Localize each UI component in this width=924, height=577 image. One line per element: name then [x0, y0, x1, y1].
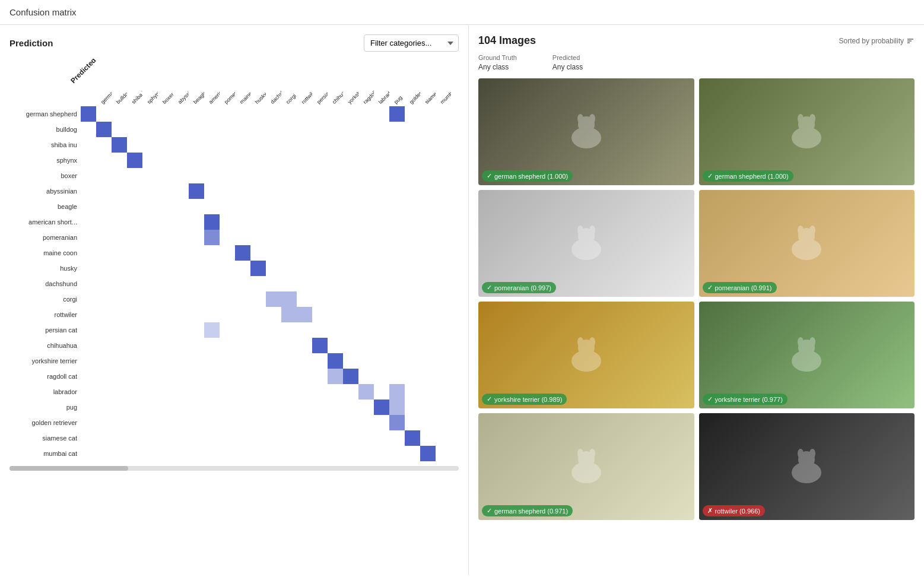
matrix-cell[interactable] [281, 446, 297, 461]
matrix-cell[interactable] [158, 230, 173, 245]
matrix-cell[interactable] [358, 122, 374, 137]
matrix-cell[interactable] [420, 168, 436, 183]
matrix-cell[interactable] [266, 214, 281, 230]
matrix-cell[interactable] [204, 230, 220, 245]
matrix-cell[interactable] [173, 153, 189, 168]
matrix-cell[interactable] [81, 446, 96, 461]
matrix-cell[interactable] [173, 276, 189, 291]
matrix-cell[interactable] [312, 276, 328, 291]
matrix-cell[interactable] [374, 106, 389, 122]
matrix-cell[interactable] [127, 106, 142, 122]
matrix-cell[interactable] [328, 245, 343, 261]
matrix-cell[interactable] [235, 199, 250, 214]
matrix-cell[interactable] [112, 230, 127, 245]
matrix-cell[interactable] [250, 369, 266, 384]
matrix-cell[interactable] [374, 384, 389, 400]
matrix-cell[interactable] [374, 369, 389, 384]
matrix-cell[interactable] [81, 291, 96, 307]
matrix-cell[interactable] [374, 199, 389, 214]
matrix-cell[interactable] [281, 245, 297, 261]
matrix-cell[interactable] [235, 322, 250, 338]
matrix-cell[interactable] [235, 400, 250, 415]
matrix-cell[interactable] [235, 214, 250, 230]
matrix-cell[interactable] [112, 446, 127, 461]
matrix-cell[interactable] [96, 322, 112, 338]
matrix-cell[interactable] [173, 400, 189, 415]
matrix-cell[interactable] [266, 183, 281, 199]
matrix-cell[interactable] [158, 276, 173, 291]
matrix-cell[interactable] [220, 276, 235, 291]
matrix-cell[interactable] [173, 430, 189, 446]
matrix-cell[interactable] [405, 415, 420, 430]
matrix-cell[interactable] [96, 106, 112, 122]
matrix-cell[interactable] [250, 122, 266, 137]
matrix-cell[interactable] [127, 369, 142, 384]
matrix-cell[interactable] [389, 400, 405, 415]
matrix-cell[interactable] [281, 353, 297, 369]
matrix-cell[interactable] [204, 137, 220, 153]
matrix-cell[interactable] [358, 245, 374, 261]
matrix-cell[interactable] [250, 353, 266, 369]
matrix-cell[interactable] [112, 168, 127, 183]
matrix-cell[interactable] [158, 400, 173, 415]
matrix-cell[interactable] [343, 214, 358, 230]
matrix-cell[interactable] [173, 291, 189, 307]
matrix-cell[interactable] [266, 122, 281, 137]
matrix-cell[interactable] [328, 446, 343, 461]
matrix-cell[interactable] [297, 307, 312, 322]
matrix-cell[interactable] [297, 183, 312, 199]
matrix-cell[interactable] [81, 338, 96, 353]
matrix-cell[interactable] [312, 106, 328, 122]
matrix-cell[interactable] [220, 322, 235, 338]
matrix-cell[interactable] [189, 322, 204, 338]
matrix-cell[interactable] [312, 183, 328, 199]
matrix-cell[interactable] [328, 384, 343, 400]
matrix-cell[interactable] [343, 276, 358, 291]
matrix-cell[interactable] [204, 106, 220, 122]
matrix-cell[interactable] [235, 106, 250, 122]
matrix-cell[interactable] [297, 214, 312, 230]
matrix-cell[interactable] [158, 322, 173, 338]
matrix-cell[interactable] [358, 415, 374, 430]
matrix-cell[interactable] [127, 415, 142, 430]
matrix-cell[interactable] [389, 137, 405, 153]
matrix-cell[interactable] [374, 276, 389, 291]
matrix-cell[interactable] [189, 430, 204, 446]
matrix-cell[interactable] [250, 214, 266, 230]
matrix-cell[interactable] [343, 122, 358, 137]
matrix-cell[interactable] [358, 137, 374, 153]
matrix-cell[interactable] [81, 245, 96, 261]
matrix-cell[interactable] [328, 276, 343, 291]
matrix-cell[interactable] [328, 338, 343, 353]
matrix-cell[interactable] [96, 168, 112, 183]
image-card[interactable]: ✓pomeranian (0.997) [478, 190, 694, 297]
filter-categories-select[interactable]: Filter categories... [364, 34, 459, 52]
matrix-cell[interactable] [142, 430, 158, 446]
matrix-cell[interactable] [220, 122, 235, 137]
matrix-cell[interactable] [266, 384, 281, 400]
matrix-cell[interactable] [142, 446, 158, 461]
matrix-cell[interactable] [189, 400, 204, 415]
matrix-cell[interactable] [189, 276, 204, 291]
matrix-cell[interactable] [312, 338, 328, 353]
matrix-cell[interactable] [81, 276, 96, 291]
matrix-cell[interactable] [389, 338, 405, 353]
image-card[interactable]: ✓yorkshire terrier (0.977) [699, 302, 915, 408]
matrix-cell[interactable] [297, 106, 312, 122]
matrix-cell[interactable] [312, 322, 328, 338]
matrix-cell[interactable] [189, 137, 204, 153]
matrix-cell[interactable] [173, 369, 189, 384]
matrix-cell[interactable] [281, 214, 297, 230]
matrix-cell[interactable] [266, 400, 281, 415]
matrix-cell[interactable] [173, 245, 189, 261]
matrix-cell[interactable] [220, 338, 235, 353]
matrix-cell[interactable] [127, 291, 142, 307]
matrix-cell[interactable] [374, 322, 389, 338]
matrix-cell[interactable] [328, 183, 343, 199]
matrix-cell[interactable] [235, 183, 250, 199]
matrix-cell[interactable] [189, 183, 204, 199]
matrix-cell[interactable] [374, 122, 389, 137]
matrix-cell[interactable] [96, 400, 112, 415]
matrix-cell[interactable] [112, 183, 127, 199]
matrix-cell[interactable] [127, 122, 142, 137]
